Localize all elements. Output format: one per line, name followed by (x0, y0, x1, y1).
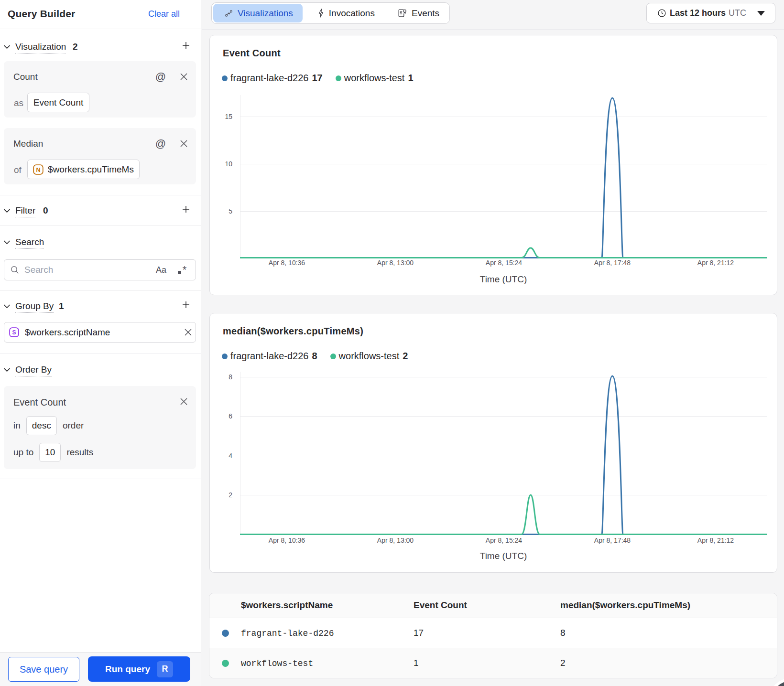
svg-text:Apr 8, 13:00: Apr 8, 13:00 (377, 536, 414, 544)
svg-text:Apr 8, 21:12: Apr 8, 21:12 (697, 259, 734, 267)
svg-text:Apr 8, 13:00: Apr 8, 13:00 (377, 259, 414, 267)
svg-text:Apr 8, 17:48: Apr 8, 17:48 (594, 259, 631, 267)
svg-text:Time (UTC): Time (UTC) (480, 274, 527, 284)
svg-text:4: 4 (229, 452, 232, 460)
svg-text:6: 6 (229, 412, 232, 420)
svg-text:5: 5 (229, 207, 232, 215)
svg-text:Apr 8, 21:12: Apr 8, 21:12 (697, 536, 734, 544)
svg-text:Apr 8, 15:24: Apr 8, 15:24 (486, 536, 522, 544)
svg-text:Apr 8, 10:36: Apr 8, 10:36 (269, 259, 305, 267)
svg-text:Apr 8, 15:24: Apr 8, 15:24 (486, 259, 522, 267)
svg-text:*: * (183, 266, 187, 275)
svg-text:S: S (12, 329, 16, 336)
svg-text:8: 8 (229, 373, 232, 381)
svg-text:Time (UTC): Time (UTC) (480, 551, 527, 561)
svg-text:10: 10 (225, 160, 232, 168)
svg-text:15: 15 (225, 113, 232, 120)
svg-text:Apr 8, 10:36: Apr 8, 10:36 (269, 536, 305, 544)
svg-text:2: 2 (229, 491, 232, 499)
svg-text:Apr 8, 17:48: Apr 8, 17:48 (594, 536, 631, 544)
svg-text:N: N (36, 166, 41, 173)
